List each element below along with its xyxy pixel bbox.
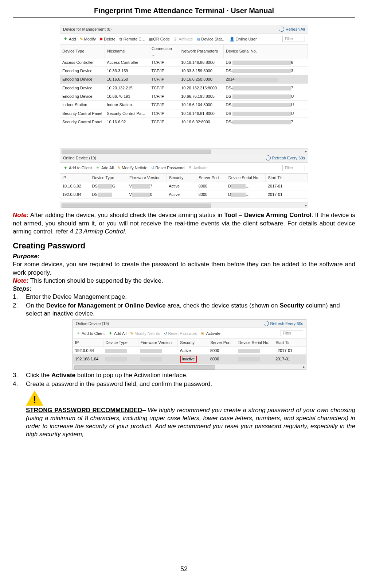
ocol-start[interactable]: Start Tir [266,174,308,182]
password-recommendation: STRONG PASSWORD RECOMMENDED– We highly r… [13,406,355,438]
undo-icon: ↺ [151,165,154,170]
note-tool: Tool [224,212,237,218]
shot2-refresh-label: Refresh Every 60s [270,321,303,326]
cell-start: . 2017-01 [273,347,306,354]
scroll-right-icon[interactable]: ▸ [302,365,306,369]
scroll-right-icon[interactable]: ▸ [304,149,308,154]
s2-resetpw-button[interactable]: ↺Reset Password [164,331,197,336]
remote-button[interactable]: ✿Remote C… [119,36,146,42]
scroll-thumb[interactable] [62,204,211,208]
s2-col-sec[interactable]: Security [178,339,208,347]
cell-nick: 10.16.6.92 [105,117,149,126]
table-row-selected[interactable]: 192.168.1.64 Inactive 8000 2017-01 [73,354,306,364]
ocol-ip[interactable]: IP [60,174,90,182]
ocol-dtype[interactable]: Device Type [90,174,127,182]
shot2-refresh-button[interactable]: Refresh Every 60s [264,321,303,326]
scroll-right-icon[interactable]: ▸ [304,203,308,208]
activate-button[interactable]: ⛨Activate [173,36,193,42]
table-row[interactable]: Encoding Device10.20.132.215TCP/IP10.20.… [60,84,308,92]
ocol-port[interactable]: Server Port [196,174,226,182]
table-row[interactable]: Security Control PanelSecurity Control P… [60,109,308,117]
cell-nick: Access Controller [105,58,149,66]
activate-label: Activate [179,36,193,42]
col-nickname[interactable]: Nickname [105,45,149,58]
table-row[interactable]: Encoding Device10.33.3.159TCP/IP10.33.3.… [60,67,308,75]
s2-scrollbar[interactable]: ◂ ▸ [73,364,306,370]
redacted [238,349,260,353]
table-row[interactable]: 10.16.6.92DSGV7Active8000D…2017-01 [60,182,308,190]
col-connection[interactable]: Connection … [149,45,179,58]
col-network[interactable]: Network Parameters [179,45,223,58]
refresh60-button[interactable]: Refresh Every 60s [266,155,305,160]
col-serial[interactable]: Device Serial No. [223,45,308,58]
cell-serial: DS-6 [223,58,308,66]
s2b: Device for Management [46,302,116,309]
refresh-all-button[interactable]: Refresh All [279,27,305,32]
add-all-button[interactable]: ＋Add All [95,165,114,171]
modify-netinfo-button[interactable]: ✎Modify Netinfo [117,165,147,170]
online-user-label: Online User [236,36,257,42]
redacted [232,61,291,65]
cell-port: 8000 [196,182,226,190]
add-client-button[interactable]: ＋Add to Client [63,165,92,171]
cell-nick: 10.16.6.250 [105,75,149,84]
reset-password-button[interactable]: ↺Reset Password [151,165,185,170]
s2-filter-input[interactable]: Filter [281,330,303,336]
s2-col-ip[interactable]: IP [73,339,103,347]
s2-modnet-button[interactable]: ✎Modify Netinfo [130,331,160,336]
remote-label: Remote C… [124,36,146,42]
h-scrollbar2[interactable]: ◂ ▸ [60,202,308,208]
s2-col-port[interactable]: Server Port [208,339,236,347]
redacted [232,120,291,124]
ocol-sec[interactable]: Security [167,174,196,182]
ocol-fw[interactable]: Firmware Version [127,174,167,182]
s2-col-serial[interactable]: Device Serial No. [236,339,273,347]
table-row[interactable]: Indoor StationIndoor StationTCP/IP10.16.… [60,101,308,109]
cell-fw: V0 [127,190,167,199]
s2-col-fw[interactable]: Firmware Version [138,339,178,347]
h-scrollbar[interactable]: ◂ ▸ [60,148,308,154]
ocol-serial[interactable]: Device Serial No. [226,174,266,182]
dfm-table: Device Type Nickname Connection … Networ… [60,45,308,126]
qr-button[interactable]: ▦QR Code [149,36,170,42]
shield-icon: ⛨ [201,331,205,336]
table-row[interactable]: 192.0.0.64 Active 8000 . 2017-01 [73,347,306,354]
cell-serial: DS-7 [223,117,308,126]
filter-input[interactable]: Filter [282,36,305,42]
devstat-label: Device Stat… [201,36,226,42]
refresh60-label: Refresh Every 60s [272,155,305,160]
s2-activate-button[interactable]: ⛨Activate [201,331,220,336]
warning-icon: ! [26,390,43,406]
s2e: area, check the device status (shown on [166,302,280,309]
cell-nick: Indoor Station [105,101,149,109]
table-row[interactable]: Access ControllerAccess ControllerTCP/IP… [60,58,308,66]
note-dac: Device Arming Control [244,212,312,218]
col-device-type[interactable]: Device Type [60,45,105,58]
device-stat-button[interactable]: ▤Device Stat… [196,36,226,42]
online-toolbar: ＋Add to Client ＋Add All ✎Modify Netinfo … [60,163,308,174]
modify-button[interactable]: ✎Modify [80,36,96,42]
cell-port: 8000 [208,347,236,354]
page-header: Fingerprint Time Attendance Terminal · U… [13,4,355,18]
cell-conn: TCP/IP [149,101,179,109]
redacted [132,193,150,197]
cell-dtype: Encoding Device [60,75,105,84]
table-row[interactable]: Security Control Panel10.16.6.92TCP/IP10… [60,117,308,126]
s2-col-start[interactable]: Start Tir [273,339,306,347]
online-user-button[interactable]: 👤Online User [230,36,257,42]
s2-addall-button[interactable]: ＋Add All [108,330,126,336]
scroll-thumb[interactable] [62,150,211,154]
table-row[interactable]: Encoding Device10.66.76.193TCP/IP10.66.7… [60,92,308,101]
table-row[interactable]: 192.0.0.64DSV0Active8000D…2017-01 [60,190,308,199]
resetpw-label: Reset Password [156,165,185,170]
plus-icon: ＋ [95,165,100,171]
note2-text: This function should be supported by the… [28,277,163,284]
activate2-button[interactable]: ⛨Activate [188,165,208,170]
scroll-thumb[interactable] [74,365,215,370]
add-button[interactable]: ＋Add [63,36,76,42]
filter2-input[interactable]: Filter [282,165,305,171]
s2-addclient-button[interactable]: ＋Add to Client [76,330,105,336]
table-row[interactable]: Encoding Device10.16.6.250TCP/IP10.16.6.… [60,75,308,84]
delete-button[interactable]: ✖Delete [99,36,116,42]
s2-col-dtype[interactable]: Device Type [103,339,138,347]
